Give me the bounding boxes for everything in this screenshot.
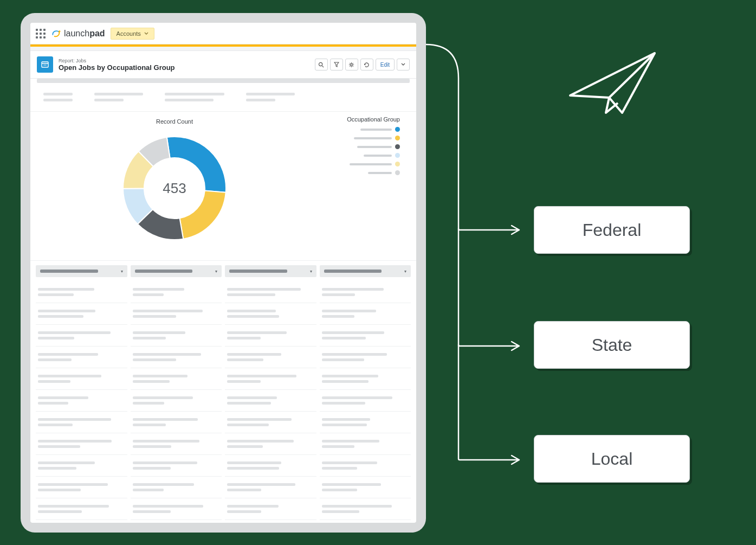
legend-item[interactable]: [302, 153, 400, 158]
app-screen: launchpad Accounts Report: Jobs Open Job…: [30, 23, 416, 523]
sort-caret-icon: ▾: [215, 269, 217, 274]
table-cell: [225, 368, 316, 390]
svg-rect-1: [42, 62, 48, 67]
app-launcher-icon[interactable]: [36, 29, 46, 39]
report-header: Report: Jobs Open Jobs by Occupational G…: [30, 51, 416, 79]
table-cell: [320, 325, 411, 347]
legend-item[interactable]: [302, 162, 400, 166]
table-cell: [131, 433, 222, 455]
filter-3: [165, 93, 224, 101]
refresh-icon: [364, 62, 370, 68]
table-cell: [131, 347, 222, 368]
filter-4: [246, 93, 295, 101]
table-cell: [131, 368, 222, 390]
table-cell: [320, 498, 411, 520]
chevron-down-icon: [144, 32, 148, 35]
table-cell: [131, 281, 222, 303]
gear-icon: [348, 62, 354, 68]
table-cell: [36, 498, 127, 520]
report-title: Open Jobs by Occupational Group: [59, 63, 309, 72]
report-toolbar: Edit: [315, 59, 410, 70]
table-cell: [225, 477, 316, 498]
table-cell: [36, 433, 127, 455]
summary-filters: [30, 83, 416, 111]
table-cell: [131, 390, 222, 412]
legend-item[interactable]: [302, 144, 400, 149]
chart-panel: Record Count 453 Occupational Group: [30, 111, 416, 261]
brand-logo: launchpad: [51, 28, 105, 39]
table-cell: [320, 412, 411, 433]
column-header[interactable]: ▾: [131, 265, 222, 277]
table-cell: [36, 325, 127, 347]
chart-title: Record Count: [156, 118, 193, 125]
table-cell: [131, 412, 222, 433]
connector-lines: [426, 13, 529, 533]
caret-down-icon: [401, 63, 405, 66]
legend-item[interactable]: [302, 136, 400, 140]
table-cell: [320, 433, 411, 455]
table-cell: [131, 303, 222, 325]
table-cell: [225, 412, 316, 433]
search-icon: [318, 62, 324, 68]
column-header[interactable]: ▾: [320, 265, 411, 277]
topbar: launchpad Accounts: [30, 23, 416, 44]
svg-point-6: [351, 63, 353, 66]
table-cell: [320, 303, 411, 325]
column-header[interactable]: ▾: [225, 265, 316, 277]
table-cell: [225, 347, 316, 368]
data-table: ▾▾▾▾: [30, 261, 416, 523]
search-button[interactable]: [315, 59, 328, 70]
brand-text-light: launch: [64, 29, 89, 38]
table-cell: [320, 477, 411, 498]
table-cell: [225, 455, 316, 477]
table-cell: [131, 325, 222, 347]
accounts-label: Accounts: [117, 30, 141, 37]
brand-swirl-icon: [51, 28, 62, 39]
svg-line-5: [322, 66, 324, 67]
report-eyebrow: Report: Jobs: [59, 58, 309, 63]
paper-plane-icon: [564, 43, 661, 119]
table-cell: [36, 303, 127, 325]
table-cell: [225, 433, 316, 455]
table-cell: [131, 477, 222, 498]
filter-button[interactable]: [330, 59, 343, 70]
table-cell: [320, 368, 411, 390]
table-cell: [36, 412, 127, 433]
more-actions-button[interactable]: [397, 59, 410, 70]
legend-item[interactable]: [302, 170, 400, 175]
sort-caret-icon: ▾: [404, 269, 406, 274]
table-cell: [36, 390, 127, 412]
filter-1: [43, 93, 73, 101]
table-cell: [225, 281, 316, 303]
table-cell: [225, 325, 316, 347]
chart-legend: Occupational Group: [302, 116, 400, 245]
donut-chart: 453: [118, 131, 231, 245]
svg-point-4: [319, 62, 322, 66]
accounts-dropdown[interactable]: Accounts: [111, 28, 154, 40]
table-cell: [36, 368, 127, 390]
table-cell: [225, 390, 316, 412]
column-header[interactable]: ▾: [36, 265, 127, 277]
sort-caret-icon: ▾: [121, 269, 123, 274]
table-cell: [320, 390, 411, 412]
table-cell: [225, 303, 316, 325]
report-type-icon: [37, 56, 53, 73]
table-cell: [36, 455, 127, 477]
settings-button[interactable]: [345, 59, 358, 70]
subheader-strip: [37, 79, 410, 83]
donut-slice[interactable]: [180, 191, 226, 239]
table-cell: [131, 455, 222, 477]
table-cell: [131, 498, 222, 520]
refresh-button[interactable]: [360, 59, 373, 70]
legend-title: Occupational Group: [302, 116, 400, 123]
table-cell: [225, 498, 316, 520]
table-cell: [36, 281, 127, 303]
sort-caret-icon: ▾: [310, 269, 312, 274]
table-cell: [36, 477, 127, 498]
legend-item[interactable]: [302, 127, 400, 132]
table-cell: [320, 347, 411, 368]
edit-button[interactable]: Edit: [376, 59, 395, 70]
level-local: Local: [534, 435, 690, 483]
tablet-frame: launchpad Accounts Report: Jobs Open Job…: [21, 13, 426, 533]
level-federal: Federal: [534, 206, 690, 254]
